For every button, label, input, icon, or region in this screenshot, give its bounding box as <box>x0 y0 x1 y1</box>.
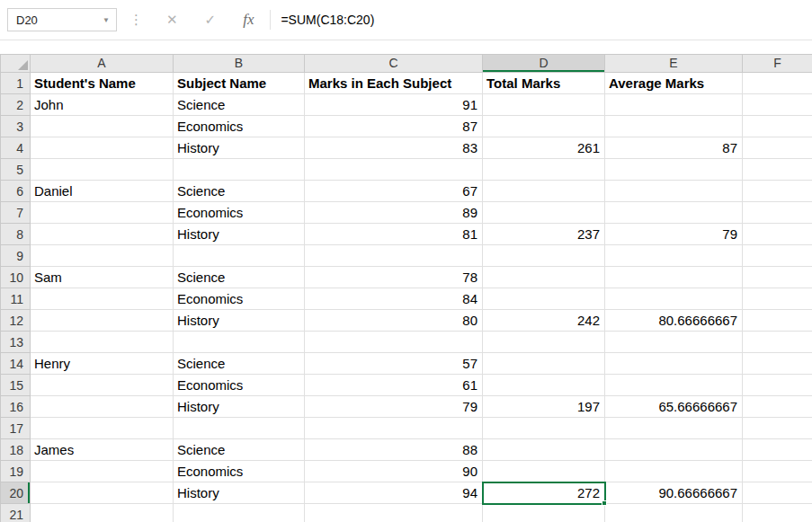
cell-E1[interactable]: Average Marks <box>605 73 743 94</box>
cell-C17[interactable] <box>305 418 483 439</box>
row-header-10[interactable]: 10 <box>1 267 31 288</box>
column-header-E[interactable]: E <box>605 55 743 73</box>
cell-F10[interactable] <box>743 267 812 288</box>
cell-C20[interactable]: 94 <box>305 482 483 504</box>
row-header-12[interactable]: 12 <box>1 310 31 332</box>
cell-A7[interactable] <box>31 202 174 224</box>
cancel-icon[interactable]: ✕ <box>166 12 178 28</box>
row-header-13[interactable]: 13 <box>1 332 31 353</box>
cell-D14[interactable] <box>483 353 605 375</box>
cell-C8[interactable]: 81 <box>305 224 483 245</box>
cell-A4[interactable] <box>31 137 174 159</box>
cell-D2[interactable] <box>483 94 605 116</box>
row-header-11[interactable]: 11 <box>1 288 31 310</box>
cell-B5[interactable] <box>174 159 305 181</box>
cell-C9[interactable] <box>305 245 483 267</box>
cell-A14[interactable]: Henry <box>31 353 174 375</box>
cell-B19[interactable]: Economics <box>174 461 305 482</box>
cell-C2[interactable]: 91 <box>305 94 483 116</box>
cell-C11[interactable]: 84 <box>305 288 483 310</box>
cell-E21[interactable] <box>605 504 743 522</box>
cell-E10[interactable] <box>605 267 743 288</box>
cell-F7[interactable] <box>743 202 812 224</box>
cell-E19[interactable] <box>605 461 743 482</box>
cell-B20[interactable]: History <box>174 482 305 504</box>
cell-E13[interactable] <box>605 332 743 353</box>
cell-A13[interactable] <box>31 332 174 353</box>
cell-A9[interactable] <box>31 245 174 267</box>
cell-A15[interactable] <box>31 375 174 396</box>
cell-B18[interactable]: Science <box>174 439 305 461</box>
row-header-16[interactable]: 16 <box>1 396 31 418</box>
row-header-17[interactable]: 17 <box>1 418 31 439</box>
cell-C4[interactable]: 83 <box>305 137 483 159</box>
cell-F20[interactable] <box>743 482 812 504</box>
cell-D16[interactable]: 197 <box>483 396 605 418</box>
cell-E11[interactable] <box>605 288 743 310</box>
column-header-C[interactable]: C <box>305 55 483 73</box>
row-header-5[interactable]: 5 <box>1 159 31 181</box>
cell-E6[interactable] <box>605 181 743 202</box>
cell-E20[interactable]: 90.66666667 <box>605 482 743 504</box>
cell-A19[interactable] <box>31 461 174 482</box>
cell-F12[interactable] <box>743 310 812 332</box>
cell-D11[interactable] <box>483 288 605 310</box>
row-header-2[interactable]: 2 <box>1 94 31 116</box>
cell-D13[interactable] <box>483 332 605 353</box>
row-header-3[interactable]: 3 <box>1 116 31 137</box>
cell-B16[interactable]: History <box>174 396 305 418</box>
cell-B7[interactable]: Economics <box>174 202 305 224</box>
row-header-15[interactable]: 15 <box>1 375 31 396</box>
cell-A16[interactable] <box>31 396 174 418</box>
cell-D9[interactable] <box>483 245 605 267</box>
cell-A2[interactable]: John <box>31 94 174 116</box>
row-header-7[interactable]: 7 <box>1 202 31 224</box>
cell-D18[interactable] <box>483 439 605 461</box>
cell-D10[interactable] <box>483 267 605 288</box>
cell-A18[interactable]: James <box>31 439 174 461</box>
row-header-18[interactable]: 18 <box>1 439 31 461</box>
cell-D3[interactable] <box>483 116 605 137</box>
row-header-6[interactable]: 6 <box>1 181 31 202</box>
cell-D7[interactable] <box>483 202 605 224</box>
cell-B10[interactable]: Science <box>174 267 305 288</box>
cell-E17[interactable] <box>605 418 743 439</box>
cell-A20[interactable] <box>31 482 174 504</box>
row-header-9[interactable]: 9 <box>1 245 31 267</box>
cell-F1[interactable] <box>743 73 812 94</box>
cell-E16[interactable]: 65.66666667 <box>605 396 743 418</box>
cell-F4[interactable] <box>743 137 812 159</box>
insert-function-icon[interactable]: fx <box>243 11 254 29</box>
cell-B6[interactable]: Science <box>174 181 305 202</box>
cell-F6[interactable] <box>743 181 812 202</box>
cell-F2[interactable] <box>743 94 812 116</box>
cell-D6[interactable] <box>483 181 605 202</box>
cell-A6[interactable]: Daniel <box>31 181 174 202</box>
cell-F17[interactable] <box>743 418 812 439</box>
cell-B13[interactable] <box>174 332 305 353</box>
cell-C12[interactable]: 80 <box>305 310 483 332</box>
column-header-A[interactable]: A <box>31 55 174 73</box>
cell-D17[interactable] <box>483 418 605 439</box>
cell-F19[interactable] <box>743 461 812 482</box>
cell-F3[interactable] <box>743 116 812 137</box>
cell-C7[interactable]: 89 <box>305 202 483 224</box>
cell-F15[interactable] <box>743 375 812 396</box>
column-header-D[interactable]: D <box>483 55 605 73</box>
cell-D21[interactable] <box>483 504 605 522</box>
cell-F16[interactable] <box>743 396 812 418</box>
cell-C19[interactable]: 90 <box>305 461 483 482</box>
cell-D20[interactable]: 272 <box>483 482 605 504</box>
cell-B14[interactable]: Science <box>174 353 305 375</box>
cell-C5[interactable] <box>305 159 483 181</box>
cell-B3[interactable]: Economics <box>174 116 305 137</box>
column-header-F[interactable]: F <box>743 55 812 73</box>
cell-C15[interactable]: 61 <box>305 375 483 396</box>
cell-F8[interactable] <box>743 224 812 245</box>
cell-C13[interactable] <box>305 332 483 353</box>
name-box[interactable]: D20 ▼ <box>7 8 117 31</box>
cell-E15[interactable] <box>605 375 743 396</box>
row-header-19[interactable]: 19 <box>1 461 31 482</box>
cell-B15[interactable]: Economics <box>174 375 305 396</box>
cell-D8[interactable]: 237 <box>483 224 605 245</box>
